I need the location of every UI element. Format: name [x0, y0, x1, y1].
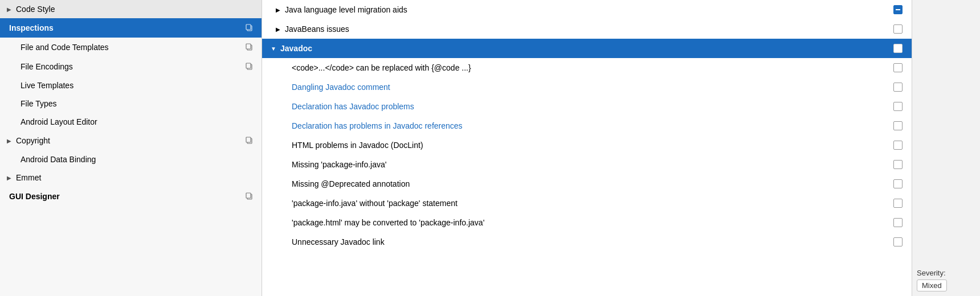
checkbox-missing-deprecated[interactable] — [893, 179, 903, 188]
checkbox-missing-package-info[interactable] — [893, 160, 903, 169]
row-label-missing-package-info: Missing 'package-info.java' — [292, 160, 893, 169]
row-label-package-html-converted: 'package.html' may be converted to 'pack… — [292, 218, 893, 227]
row-label-javabeans-issues: JavaBeans issues — [285, 24, 893, 34]
sidebar-item-gui-designer[interactable]: GUI Designer — [0, 187, 262, 206]
svg-rect-3 — [246, 44, 251, 49]
inspection-row-missing-deprecated[interactable]: Missing @Deprecated annotation — [262, 174, 912, 194]
checkbox-declaration-javadoc-problems[interactable] — [893, 102, 903, 111]
inspection-row-code-replace[interactable]: <code>...</code> can be replaced with {@… — [262, 58, 912, 77]
row-label-javadoc: Javadoc — [280, 44, 893, 53]
sidebar-item-label-android-data-binding: Android Data Binding — [21, 155, 255, 164]
sidebar-item-label-file-types: File Types — [21, 99, 255, 108]
row-arrow-javabeans-issues: ▶ — [273, 24, 283, 34]
row-label-package-info-without: 'package-info.java' without 'package' st… — [292, 199, 893, 208]
checkbox-dangling-javadoc[interactable] — [893, 83, 903, 92]
inspection-row-javadoc[interactable]: ▼Javadoc — [262, 39, 912, 58]
checkbox-package-info-without[interactable] — [893, 199, 903, 208]
inspection-row-unnecessary-javadoc-link[interactable]: Unnecessary Javadoc link — [262, 232, 912, 252]
copy-icon-inspections[interactable] — [244, 23, 255, 33]
sidebar-item-emmet[interactable]: ▶Emmet — [0, 168, 262, 187]
sidebar-item-label-emmet: Emmet — [16, 173, 255, 182]
inspection-row-java-lang-migration[interactable]: ▶Java language level migration aids — [262, 0, 912, 19]
sidebar-item-label-inspections: Inspections — [9, 23, 241, 32]
row-label-java-lang-migration: Java language level migration aids — [285, 5, 893, 14]
sidebar-item-label-file-encodings: File Encodings — [21, 62, 241, 71]
sidebar-item-label-android-layout-editor: Android Layout Editor — [21, 117, 255, 126]
inspection-row-html-problems-javadoc[interactable]: HTML problems in Javadoc (DocLint) — [262, 135, 912, 155]
severity-label: Severity: — [917, 269, 946, 277]
arrow-icon-copyright: ▶ — [5, 136, 14, 145]
copy-icon-copyright[interactable] — [244, 135, 255, 146]
inspection-list: ▶Java language level migration aids▶Java… — [262, 0, 912, 296]
row-label-declaration-javadoc-references: Declaration has problems in Javadoc refe… — [292, 121, 893, 130]
sidebar-item-file-encodings[interactable]: File Encodings — [0, 57, 262, 76]
svg-rect-9 — [246, 193, 251, 198]
copy-icon-file-encodings[interactable] — [244, 61, 255, 72]
row-label-missing-deprecated: Missing @Deprecated annotation — [292, 179, 893, 188]
svg-rect-5 — [246, 63, 251, 68]
right-panel: Severity: Mixed — [912, 0, 980, 296]
severity-value: Mixed — [917, 279, 947, 291]
row-label-dangling-javadoc: Dangling Javadoc comment — [292, 83, 893, 92]
arrow-icon-code-style: ▶ — [5, 5, 14, 14]
checkbox-unnecessary-javadoc-link[interactable] — [893, 237, 903, 246]
sidebar-item-android-layout-editor[interactable]: Android Layout Editor — [0, 113, 262, 131]
sidebar-item-file-code-templates[interactable]: File and Code Templates — [0, 38, 262, 57]
sidebar-item-label-copyright: Copyright — [16, 136, 241, 145]
checkbox-javadoc[interactable] — [893, 44, 903, 53]
sidebar-item-inspections[interactable]: Inspections — [0, 18, 262, 38]
checkbox-package-html-converted[interactable] — [893, 218, 903, 227]
row-label-declaration-javadoc-problems: Declaration has Javadoc problems — [292, 102, 893, 111]
sidebar-item-label-live-templates: Live Templates — [21, 81, 255, 90]
row-label-code-replace: <code>...</code> can be replaced with {@… — [292, 63, 893, 72]
inspection-row-dangling-javadoc[interactable]: Dangling Javadoc comment — [262, 77, 912, 97]
checkbox-declaration-javadoc-references[interactable] — [893, 121, 903, 130]
sidebar-item-label-code-style: Code Style — [16, 5, 255, 14]
sidebar-item-code-style[interactable]: ▶Code Style — [0, 0, 262, 18]
svg-rect-7 — [246, 137, 251, 142]
svg-rect-1 — [246, 24, 251, 30]
inspection-row-declaration-javadoc-references[interactable]: Declaration has problems in Javadoc refe… — [262, 116, 912, 135]
copy-icon-gui-designer[interactable] — [244, 191, 255, 202]
copy-icon-file-code-templates[interactable] — [244, 42, 255, 52]
inspection-row-package-info-without[interactable]: 'package-info.java' without 'package' st… — [262, 194, 912, 213]
sidebar-item-label-gui-designer: GUI Designer — [9, 192, 241, 201]
inspection-row-missing-package-info[interactable]: Missing 'package-info.java' — [262, 155, 912, 174]
main-content: ▶Java language level migration aids▶Java… — [262, 0, 912, 296]
sidebar-item-file-types[interactable]: File Types — [0, 94, 262, 113]
settings-sidebar: ▶Code StyleInspections File and Code Tem… — [0, 0, 262, 296]
severity-section: Severity: Mixed — [917, 269, 975, 291]
inspection-row-javabeans-issues[interactable]: ▶JavaBeans issues — [262, 19, 912, 39]
sidebar-item-live-templates[interactable]: Live Templates — [0, 76, 262, 94]
checkbox-javabeans-issues[interactable] — [893, 24, 903, 34]
row-label-html-problems-javadoc: HTML problems in Javadoc (DocLint) — [292, 141, 893, 150]
sidebar-item-label-file-code-templates: File and Code Templates — [21, 43, 241, 52]
row-arrow-javadoc: ▼ — [269, 44, 278, 53]
row-label-unnecessary-javadoc-link: Unnecessary Javadoc link — [292, 237, 893, 246]
sidebar-item-copyright[interactable]: ▶Copyright — [0, 131, 262, 150]
inspection-row-package-html-converted[interactable]: 'package.html' may be converted to 'pack… — [262, 213, 912, 232]
checkbox-java-lang-migration[interactable] — [893, 5, 903, 14]
sidebar-item-android-data-binding[interactable]: Android Data Binding — [0, 150, 262, 168]
row-arrow-java-lang-migration: ▶ — [273, 5, 283, 14]
checkbox-html-problems-javadoc[interactable] — [893, 141, 903, 150]
inspection-row-declaration-javadoc-problems[interactable]: Declaration has Javadoc problems — [262, 97, 912, 116]
arrow-icon-emmet: ▶ — [5, 173, 14, 182]
checkbox-code-replace[interactable] — [893, 63, 903, 72]
